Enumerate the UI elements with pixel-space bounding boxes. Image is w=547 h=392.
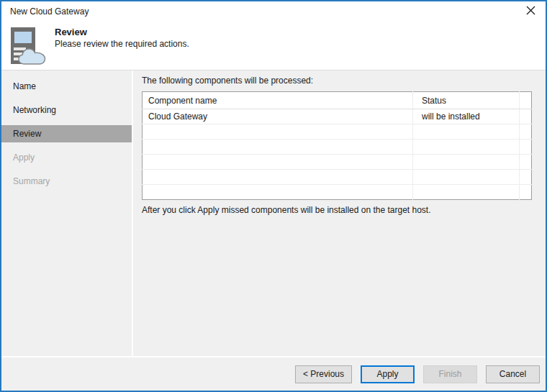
main-content: The following components will be process… xyxy=(133,70,546,356)
table-empty-row xyxy=(143,140,532,155)
column-header-component-name: Component name xyxy=(143,92,413,109)
table-empty-row xyxy=(143,170,532,185)
wizard-steps-sidebar: Name Networking Review Apply Summary xyxy=(1,70,133,356)
components-intro-text: The following components will be process… xyxy=(142,76,533,86)
column-header-status: Status xyxy=(413,92,520,109)
sidebar-item-networking[interactable]: Networking xyxy=(1,101,132,119)
component-name-cell: Cloud Gateway xyxy=(143,109,413,124)
apply-button[interactable]: Apply xyxy=(361,365,415,383)
previous-button[interactable]: < Previous xyxy=(295,365,352,383)
table-empty-row xyxy=(143,185,532,200)
components-table-body: Cloud Gateway will be installed xyxy=(143,109,532,200)
sidebar-item-name[interactable]: Name xyxy=(1,78,132,95)
components-table: Component name Status Cloud Gateway will… xyxy=(142,91,532,200)
window-title: New Cloud Gateway xyxy=(10,6,521,17)
cancel-button[interactable]: Cancel xyxy=(486,365,540,383)
table-row[interactable]: Cloud Gateway will be installed xyxy=(143,109,532,124)
wizard-header: Review Please review the required action… xyxy=(1,22,546,70)
sidebar-item-summary[interactable]: Summary xyxy=(1,173,132,190)
status-cell: will be installed xyxy=(413,109,520,124)
server-cloud-icon xyxy=(10,27,50,68)
wizard-body: Name Networking Review Apply Summary The… xyxy=(1,70,546,356)
apply-note-text: After you click Apply missed components … xyxy=(142,205,533,215)
titlebar: New Cloud Gateway xyxy=(1,1,546,22)
sidebar-item-apply[interactable]: Apply xyxy=(1,149,132,166)
step-subtitle: Please review the required actions. xyxy=(55,39,189,49)
column-header-spacer xyxy=(520,92,532,109)
table-header-row: Component name Status xyxy=(143,92,532,109)
table-empty-row xyxy=(143,155,532,170)
wizard-footer: < Previous Apply Finish Cancel xyxy=(1,356,546,391)
finish-button[interactable]: Finish xyxy=(423,365,477,383)
table-empty-row xyxy=(143,124,532,140)
close-button[interactable] xyxy=(521,3,540,20)
step-title: Review xyxy=(55,27,87,37)
sidebar-item-review[interactable]: Review xyxy=(1,125,132,142)
new-cloud-gateway-dialog: New Cloud Gateway Review Please review t xyxy=(0,0,547,392)
close-icon xyxy=(526,6,535,17)
